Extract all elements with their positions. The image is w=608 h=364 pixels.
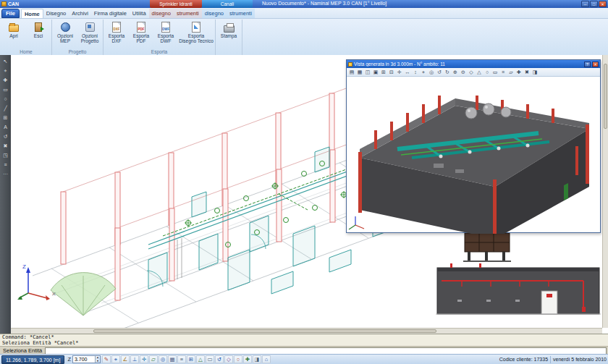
project-options-button[interactable]: Opzioni Progetto (77, 20, 102, 48)
viewer-toolbar-icon[interactable]: ≡ (499, 69, 507, 75)
toolbar-icon[interactable]: ▭ (1, 85, 10, 93)
close-button[interactable]: ✕ (599, 1, 607, 7)
vertical-scrollbar-thumb[interactable] (604, 64, 607, 129)
drawing-canvas[interactable]: Vista generata in 3d 3.000m - N° ambito:… (11, 55, 602, 328)
status-icon[interactable]: ▱ (149, 355, 158, 363)
status-icon[interactable]: ✛ (140, 355, 148, 363)
toolbar-icon[interactable]: ╱ (1, 104, 10, 112)
tab-utilita[interactable]: Utilità (130, 9, 149, 18)
tab-firma-digitale[interactable]: Firma digitale (91, 9, 130, 18)
status-icon[interactable]: ▭ (206, 355, 214, 363)
tab-disegno[interactable]: Disegno (43, 9, 69, 18)
status-icon[interactable]: ▦ (168, 355, 177, 363)
viewer-toolbar-icon[interactable]: ⊕ (452, 69, 459, 75)
viewer-help-button[interactable]: ? (584, 62, 591, 67)
mep-options-button[interactable]: Opzioni MEP (53, 20, 77, 48)
toolbar-icon[interactable]: ✖ (1, 142, 10, 150)
minimize-button[interactable]: ─ (581, 1, 589, 7)
viewer-toolbar-icon[interactable]: ▤ (348, 69, 355, 75)
open-button[interactable]: Apri (1, 20, 26, 48)
toolbar-icon[interactable]: ↖ (1, 57, 10, 65)
z-stepper[interactable]: ▲ ▼ (72, 355, 101, 363)
tab-archivi[interactable]: Archivi (69, 9, 91, 18)
viewer-toolbar-icon[interactable]: ↻ (444, 69, 451, 75)
toolbar-icon[interactable]: ⌖ (1, 67, 10, 75)
viewer-toolbar-icon[interactable]: ✛ (396, 69, 403, 75)
viewer-toolbar-icon[interactable]: ◫ (364, 69, 371, 75)
toolbar-icon[interactable]: ◳ (1, 151, 10, 159)
tab-sprinkler-strumenti[interactable]: strumenti (174, 9, 202, 18)
svg-text:Z: Z (22, 263, 26, 270)
status-icon[interactable]: ○ (234, 355, 242, 363)
status-icon[interactable]: ∠ (121, 355, 130, 363)
toolbar-icon[interactable]: A (1, 123, 10, 131)
viewer-toolbar-icon[interactable]: ⌖ (420, 69, 427, 75)
technical-drawing-icon (192, 21, 200, 33)
toolbar-icon[interactable]: ⊞ (1, 114, 10, 122)
viewer-toolbar-icon[interactable]: ↔ (404, 69, 411, 75)
viewer-toolbar-icon[interactable]: ○ (484, 69, 491, 75)
z-input[interactable] (73, 356, 95, 363)
context-group-sprinkler[interactable]: Sprinkler Idranti (150, 0, 202, 8)
drawing-toolbar[interactable]: ↖⌖✚▭○╱⊞A↺✖◳≡⋯ (0, 55, 11, 334)
status-icon[interactable]: ◇ (224, 355, 233, 363)
quick-access-label[interactable]: CAN (8, 1, 19, 7)
viewer-toolbar-icon[interactable]: ▱ (507, 69, 515, 75)
export-dxf-button[interactable]: DXF Esporta DXF (104, 20, 129, 48)
viewer-toolbar-icon[interactable]: ✚ (515, 69, 523, 75)
status-icon[interactable]: ◨ (253, 355, 261, 363)
viewer-toolbar-icon[interactable]: ↺ (436, 69, 443, 75)
status-icon[interactable]: ⌖ (111, 355, 120, 363)
export-technical-drawing-button[interactable]: Esporta Disegno Tecnico (178, 20, 214, 48)
tab-home[interactable]: Home (21, 9, 43, 18)
status-icon[interactable]: ≡ (177, 355, 186, 363)
export-pdf-button[interactable]: PDF Esporta PDF (129, 20, 153, 48)
print-button[interactable]: Stampa (216, 20, 241, 48)
viewer-3d-view[interactable] (347, 77, 600, 232)
viewer-title-bar[interactable]: Vista generata in 3d 3.000m - N° ambito:… (347, 60, 600, 68)
viewer-toolbar-icon[interactable]: ▣ (372, 69, 379, 75)
exit-button[interactable]: Esci (26, 20, 51, 48)
viewer-toolbar-icon[interactable]: ▭ (491, 69, 499, 75)
status-icon[interactable]: ⌂ (262, 355, 271, 363)
command-input[interactable] (45, 347, 607, 355)
status-icon[interactable]: ✚ (243, 355, 252, 363)
viewer-toolbar-icon[interactable]: ◨ (531, 69, 539, 75)
viewer-toolbar-icon[interactable]: ⊖ (460, 69, 467, 75)
viewer-toolbar[interactable]: ▤▦◫▣⊞⊟✛↔↕⌖◎↺↻⊕⊖◇△○▭≡▱✚✖◨ (347, 68, 600, 77)
viewer-toolbar-icon[interactable]: ✖ (523, 69, 531, 75)
status-icon[interactable]: △ (196, 355, 205, 363)
toolbar-icon[interactable]: ≡ (1, 161, 10, 169)
context-group-canali[interactable]: Canali (202, 0, 253, 8)
status-icon[interactable]: ✎ (102, 355, 111, 363)
status-toggle-icons[interactable]: ✎⌖∠⊥✛▱◎▦≡⊞△▭↺◇○✚◨⌂ (102, 355, 271, 363)
status-icon[interactable]: ◎ (159, 355, 167, 363)
toolbar-icon[interactable]: ⋯ (1, 170, 10, 178)
tab-sprinkler-disegno[interactable]: disegno (149, 9, 174, 18)
export-dwf-button[interactable]: DWF Esporta DWF (153, 20, 178, 48)
maximize-button[interactable]: □ (590, 1, 598, 7)
status-icon[interactable]: ⊞ (187, 355, 195, 363)
status-icon[interactable]: ⊥ (130, 355, 139, 363)
file-menu-button[interactable]: File (1, 9, 20, 18)
tab-canali-strumenti[interactable]: strumenti (227, 9, 255, 18)
viewer-toolbar-icon[interactable]: ◇ (468, 69, 475, 75)
viewer-toolbar-icon[interactable]: △ (476, 69, 483, 75)
toolbar-icon[interactable]: ○ (1, 95, 10, 103)
toolbar-icon[interactable]: ✚ (1, 76, 10, 84)
viewer-toolbar-icon[interactable]: ⊟ (388, 69, 395, 75)
viewer-close-button[interactable]: ✕ (592, 62, 599, 67)
viewer-toolbar-icon[interactable]: ◎ (428, 69, 435, 75)
viewer-toolbar-icon[interactable]: ▦ (356, 69, 363, 75)
vertical-scrollbar[interactable] (602, 55, 608, 328)
viewer-window[interactable]: Vista generata in 3d 3.000m - N° ambito:… (346, 59, 601, 233)
z-down-button[interactable]: ▼ (95, 360, 100, 363)
quick-access-toolbar[interactable]: CAN (1, 0, 19, 8)
horizontal-scrollbar[interactable] (11, 328, 602, 334)
status-icon[interactable]: ↺ (215, 355, 224, 363)
toolbar-icon[interactable]: ↺ (1, 132, 10, 140)
viewer-toolbar-icon[interactable]: ⊞ (380, 69, 387, 75)
tab-canali-disegno[interactable]: disegno (202, 9, 227, 18)
viewer-toolbar-icon[interactable]: ↕ (412, 69, 419, 75)
horizontal-scrollbar-thumb[interactable] (93, 329, 436, 333)
